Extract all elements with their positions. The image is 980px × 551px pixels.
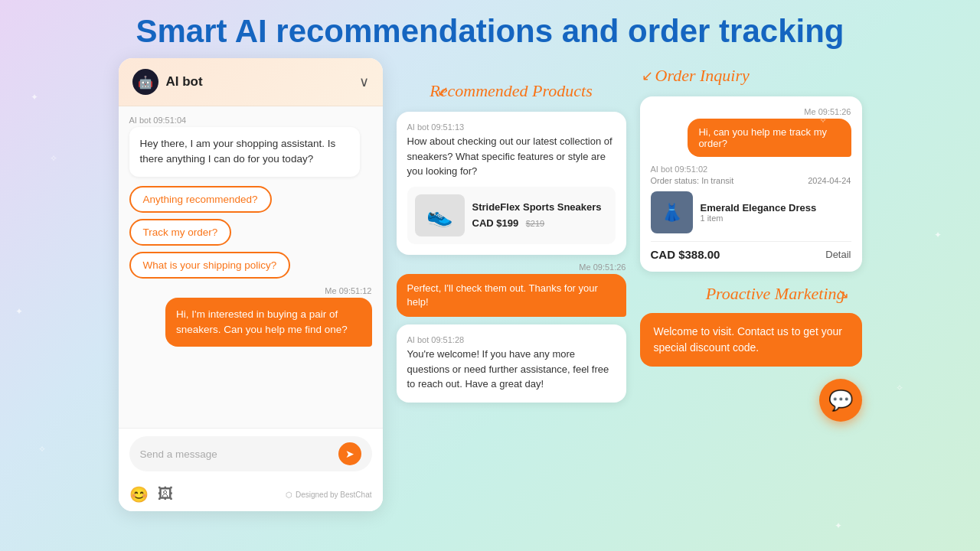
bot-avatar: 🤖 xyxy=(132,69,158,95)
product-old-price: $219 xyxy=(526,219,544,228)
emoji-icon[interactable]: 😊 xyxy=(129,485,149,504)
bot-followup-card: AI bot 09:51:28 You're welcome! If you h… xyxy=(397,324,626,403)
product-image: 👟 xyxy=(415,194,465,236)
order-item-count: 1 item xyxy=(701,214,851,223)
order-total-row: CAD $388.00 Detail xyxy=(651,241,851,261)
quick-reply-shipping[interactable]: What is your shipping policy? xyxy=(129,252,291,279)
order-date: 2024-04-24 xyxy=(808,176,851,185)
footer-icons: 😊 🖼 xyxy=(129,485,173,504)
chat-input-row: Send a message ➤ xyxy=(129,436,372,471)
proactive-bubble: Welcome to visit. Contact us to get your… xyxy=(640,313,862,367)
product-bot-text: How about checking out our latest collec… xyxy=(407,134,616,179)
left-chat-panel: 🤖 AI bot ∨ AI bot 09:51:04 Hey there, I … xyxy=(119,58,383,511)
proactive-label: Proactive Marketing xyxy=(706,284,845,303)
product-item: 👟 StrideFlex Sports Sneakers CAD $199 $2… xyxy=(407,187,616,244)
order-item-name: Emerald Elegance Dress xyxy=(701,202,851,214)
sparkle-6: ✧ xyxy=(819,115,827,126)
order-item-info: Emerald Elegance Dress 1 item xyxy=(701,202,851,223)
user-msg-meta: Me 09:51:12 xyxy=(325,286,371,295)
order-item-image: 👗 xyxy=(651,191,693,233)
sparkle-7: ✦ xyxy=(934,230,942,240)
sparkle-5: ✦ xyxy=(352,497,360,508)
chat-footer: 😊 🖼 ⬡ Designed by BestChat xyxy=(119,479,383,511)
product-price: CAD $199 xyxy=(472,217,519,229)
bot-name: AI bot xyxy=(166,74,203,90)
bot-bubble-1: Hey there, I am your shopping assistant.… xyxy=(129,127,360,177)
order-total-price: CAD $388.00 xyxy=(651,248,720,261)
order-status-row: Order status: In transit 2024-04-24 xyxy=(651,176,851,185)
page-title: Smart AI recommendations and order track… xyxy=(0,0,980,58)
sparkle-1: ✦ xyxy=(31,92,38,103)
sparkle-3: ✦ xyxy=(15,306,23,317)
order-detail-link[interactable]: Detail xyxy=(825,249,851,260)
sparkle-9: ✦ xyxy=(835,520,842,531)
product-price-row: CAD $199 $219 xyxy=(472,216,608,230)
quick-reply-recommended[interactable]: Anything recommended? xyxy=(129,186,272,213)
bestchat-icon: ⬡ xyxy=(286,491,292,499)
user-reply-meta: Me 09:51:26 xyxy=(579,262,626,272)
user-reply-bubble: Perfect, I'll check them out. Thanks for… xyxy=(397,274,626,317)
product-chat-card: AI bot 09:51:13 How about checking out o… xyxy=(397,112,626,255)
user-message-wrap: Me 09:51:12 Hi, I'm interested in buying… xyxy=(129,286,372,347)
order-bot-meta: AI bot 09:51:02 xyxy=(651,165,851,174)
chevron-down-icon[interactable]: ∨ xyxy=(359,73,369,90)
content-area: 🤖 AI bot ∨ AI bot 09:51:04 Hey there, I … xyxy=(0,58,980,511)
bot-message-1: AI bot 09:51:04 Hey there, I am your sho… xyxy=(129,116,372,177)
right-panel: Order Inquiry Me 09:51:26 Hi, can you he… xyxy=(640,66,862,422)
chat-input-area: Send a message ➤ xyxy=(119,428,383,479)
chat-messages: AI bot 09:51:04 Hey there, I am your sho… xyxy=(119,106,383,428)
chat-widget-button[interactable]: 💬 xyxy=(819,379,862,422)
image-upload-icon[interactable]: 🖼 xyxy=(158,485,173,504)
recommended-label: Recommended Products xyxy=(430,81,592,100)
product-name: StrideFlex Sports Sneakers xyxy=(472,201,608,213)
middle-panel: Recommended Products AI bot 09:51:13 How… xyxy=(397,81,626,402)
bot-followup-meta: AI bot 09:51:28 xyxy=(407,335,616,344)
order-label: Order Inquiry xyxy=(655,66,750,85)
bot-followup-text: You're welcome! If you have any more que… xyxy=(407,347,616,392)
sparkle-8: ✧ xyxy=(896,383,903,393)
order-card: Me 09:51:26 Hi, can you help me track my… xyxy=(640,96,862,272)
order-user-meta: Me 09:51:26 xyxy=(804,107,851,116)
chat-header-left: 🤖 AI bot xyxy=(132,69,203,95)
bot-avatar-icon: 🤖 xyxy=(138,75,153,90)
quick-replies: Anything recommended? Track my order? Wh… xyxy=(129,186,372,279)
order-item-row: 👗 Emerald Elegance Dress 1 item xyxy=(651,191,851,233)
bot-msg-meta-1: AI bot 09:51:04 xyxy=(129,116,372,125)
chat-header: 🤖 AI bot ∨ xyxy=(119,58,383,106)
footer-brand-text: Designed by BestChat xyxy=(296,491,372,499)
product-bot-meta: AI bot 09:51:13 xyxy=(407,122,616,132)
send-button[interactable]: ➤ xyxy=(338,442,361,465)
order-status-text: Order status: In transit xyxy=(651,176,734,185)
sparkle-4: ✧ xyxy=(38,444,46,455)
quick-reply-track[interactable]: Track my order? xyxy=(129,219,232,246)
user-reply-wrap: Me 09:51:26 Perfect, I'll check them out… xyxy=(397,262,626,317)
sparkle-2: ✧ xyxy=(50,153,57,164)
product-info: StrideFlex Sports Sneakers CAD $199 $219 xyxy=(472,201,608,230)
chat-input-placeholder: Send a message xyxy=(140,448,332,460)
user-bubble: Hi, I'm interested in buying a pair of s… xyxy=(165,298,371,347)
